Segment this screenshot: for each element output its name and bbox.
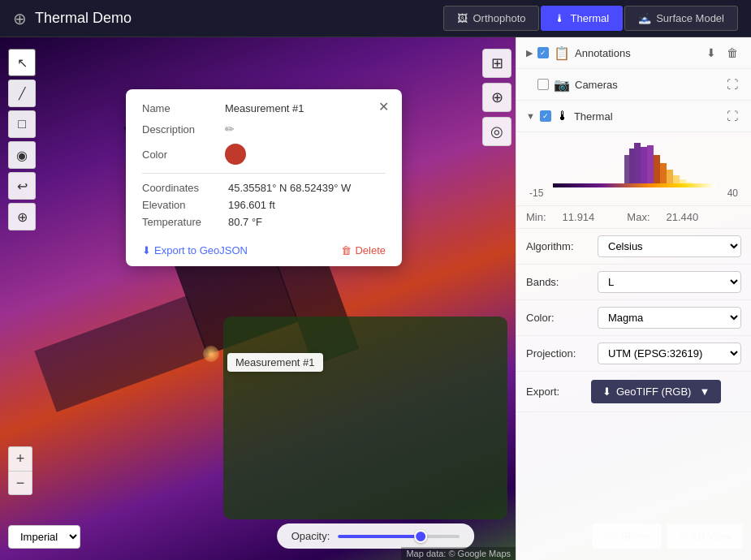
- popup-divider: [142, 173, 386, 174]
- color-row: Color: Magma Viridis Plasma Inferno: [516, 300, 751, 336]
- svg-rect-5: [660, 163, 667, 183]
- orthophoto-icon: 🖼: [457, 12, 468, 24]
- color-picker[interactable]: [225, 144, 246, 165]
- thermal-actions: ⛶: [723, 107, 741, 125]
- opacity-control: Opacity:: [277, 523, 475, 549]
- max-value: 21.440: [667, 211, 699, 223]
- annotations-layer-row: ▶ 📋 Annotations ⬇ 🗑: [516, 37, 751, 69]
- histogram-min-label: -15: [529, 187, 543, 199]
- histogram-range: -15 40: [526, 187, 741, 199]
- algorithm-select[interactable]: Celsius Fahrenheit Kelvin: [598, 235, 741, 257]
- temperature-value: 80.7 °F: [228, 216, 262, 228]
- opacity-label: Opacity:: [291, 530, 330, 542]
- minmax-row: Min: 11.914 Max: 21.440: [516, 206, 751, 229]
- svg-rect-1: [634, 143, 641, 183]
- annotations-delete-button[interactable]: 🗑: [723, 44, 741, 62]
- delete-icon: 🗑: [341, 244, 352, 256]
- cameras-layer-label: Cameras: [575, 79, 618, 91]
- zoom-in-button[interactable]: +: [8, 446, 32, 471]
- svg-rect-9: [686, 182, 693, 183]
- popup-name-label: Name: [142, 102, 215, 114]
- annotations-checkbox[interactable]: [537, 47, 549, 58]
- export-geojson-icon: ⬇: [142, 244, 151, 256]
- thermal-layer-label: Thermal: [574, 110, 613, 123]
- thermal-expand-arrow[interactable]: ▼: [526, 111, 535, 121]
- projection-select[interactable]: UTM (EPSG:32619) WGS84: [598, 342, 741, 364]
- export-caret-icon: ▼: [699, 386, 710, 398]
- annotations-expand-arrow[interactable]: ▶: [526, 48, 533, 58]
- popup-color-row: Color: [142, 144, 386, 165]
- right-map-controls: ⊞ ⊕ ◎: [482, 49, 511, 146]
- bands-row: Bands: L RGB: [516, 265, 751, 300]
- thermal-expand-fullscreen[interactable]: ⛶: [723, 107, 741, 125]
- tab-group: 🖼 Orthophoto 🌡 Thermal 🗻 Surface Model: [443, 6, 738, 31]
- projection-label: Projection:: [526, 347, 591, 360]
- app-title: Thermal Demo: [35, 10, 132, 27]
- marker-tool[interactable]: ◉: [8, 141, 36, 169]
- cameras-checkbox[interactable]: [537, 79, 549, 90]
- surface-icon: 🗻: [638, 12, 651, 24]
- export-geojson-label: Export to GeoJSON: [154, 244, 248, 256]
- svg-rect-4: [654, 155, 660, 183]
- select-tool[interactable]: ↖: [8, 49, 36, 76]
- algorithm-row: Algorithm: Celsius Fahrenheit Kelvin: [516, 229, 751, 265]
- tab-orthophoto[interactable]: 🖼 Orthophoto: [443, 6, 539, 31]
- right-panel: ▶ 📋 Annotations ⬇ 🗑 ▶ 📷 Cameras ⛶ ▼ 🌡 Th…: [516, 37, 751, 560]
- delete-link[interactable]: 🗑 Delete: [341, 244, 386, 256]
- units-select[interactable]: Imperial Metric: [8, 525, 80, 549]
- cameras-expand-fullscreen[interactable]: ⛶: [723, 75, 741, 93]
- color-select[interactable]: Magma Viridis Plasma Inferno: [598, 307, 741, 329]
- grid-view-button[interactable]: ⊞: [482, 49, 511, 78]
- rectangle-tool[interactable]: □: [8, 110, 36, 138]
- max-label: Max:: [627, 211, 650, 223]
- svg-rect-6: [667, 170, 673, 183]
- fullscreen-zoom-button[interactable]: ⊕: [482, 83, 511, 112]
- logo-icon: ⊕: [13, 9, 27, 28]
- line-tool[interactable]: ╱: [8, 80, 36, 107]
- export-row: Export: ⬇ GeoTIFF (RGB) ▼: [516, 372, 751, 412]
- tab-thermal[interactable]: 🌡 Thermal: [541, 6, 623, 31]
- measurement-tooltip: Measurement #1: [227, 353, 323, 372]
- thermal-layer-row: ▼ 🌡 Thermal ⛶: [516, 101, 751, 132]
- min-label: Min:: [526, 211, 546, 223]
- cameras-layer-row: ▶ 📷 Cameras ⛶: [516, 69, 751, 101]
- thermal-checkbox[interactable]: [540, 110, 551, 122]
- bands-select[interactable]: L RGB: [598, 271, 741, 293]
- algorithm-label: Algorithm:: [526, 240, 591, 252]
- popup-description-row: Description ✏: [142, 123, 386, 136]
- histogram-chart: [553, 139, 715, 187]
- popup-actions: ⬇ Export to GeoJSON 🗑 Delete: [142, 238, 386, 256]
- svg-rect-10: [624, 155, 629, 183]
- zoom-out-button[interactable]: −: [8, 471, 32, 495]
- thermal-icon: 🌡: [555, 12, 565, 24]
- map-attribution: Map data: © Google Maps: [401, 547, 516, 560]
- min-value: 11.914: [563, 211, 595, 223]
- export-geojson-link[interactable]: ⬇ Export to GeoJSON: [142, 244, 248, 256]
- bottom-left-controls: Imperial Metric: [8, 525, 80, 549]
- description-edit-icon[interactable]: ✏: [225, 123, 235, 136]
- export-button-label: GeoTIFF (RGB): [616, 386, 691, 398]
- svg-rect-11: [629, 149, 634, 183]
- cameras-actions: ⛶: [723, 75, 741, 93]
- popup-color-label: Color: [142, 149, 215, 161]
- elevation-value: 196.601 ft: [228, 199, 275, 211]
- popup-close-button[interactable]: ✕: [374, 97, 392, 115]
- projection-row: Projection: UTM (EPSG:32619) WGS84: [516, 336, 751, 372]
- temperature-row: Temperature 80.7 °F: [142, 216, 386, 228]
- tab-surface-model[interactable]: 🗻 Surface Model: [624, 6, 738, 31]
- annotations-download-button[interactable]: ⬇: [702, 44, 720, 62]
- export-button[interactable]: ⬇ GeoTIFF (RGB) ▼: [591, 380, 721, 403]
- svg-rect-0: [553, 183, 715, 187]
- crosshair-tool[interactable]: ⊕: [8, 203, 36, 230]
- measurement-tooltip-text: Measurement #1: [235, 356, 315, 368]
- import-tool[interactable]: ↩: [8, 172, 36, 200]
- zoom-controls: + −: [8, 446, 32, 495]
- opacity-slider[interactable]: [338, 535, 460, 538]
- svg-rect-8: [680, 179, 686, 183]
- thermal-layer-icon: 🌡: [556, 109, 569, 123]
- locate-button[interactable]: ◎: [482, 117, 511, 146]
- histogram-max-label: 40: [727, 187, 738, 199]
- export-icon: ⬇: [602, 386, 611, 398]
- svg-rect-2: [641, 147, 647, 183]
- left-toolbar: ↖ ╱ □ ◉ ↩ ⊕: [8, 49, 36, 230]
